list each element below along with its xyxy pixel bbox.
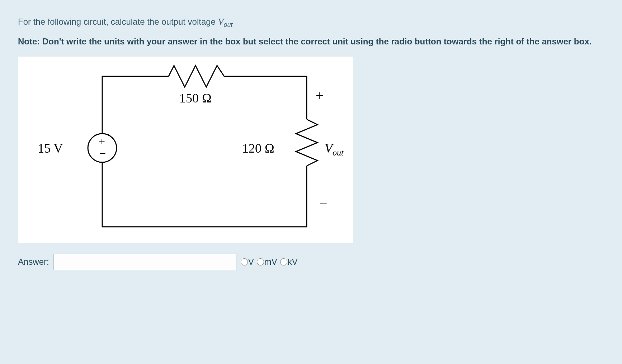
question-var: V: [218, 16, 224, 27]
source-voltage-label: 15 V: [38, 141, 63, 156]
unit-radio-v[interactable]: [241, 258, 248, 265]
unit-label-kv: kV: [288, 257, 298, 267]
circuit-diagram: 15 V + − 150 Ω 120 Ω + Vout −: [18, 57, 353, 243]
source-minus-icon: −: [99, 147, 106, 160]
r1-label: 150 Ω: [179, 91, 212, 106]
unit-radio-mv[interactable]: [257, 258, 264, 265]
r2-label: 120 Ω: [242, 141, 274, 156]
unit-radio-kv[interactable]: [280, 258, 287, 265]
unit-radio-group: V mV kV: [241, 257, 300, 267]
question-text: For the following circuit, calculate the…: [18, 14, 604, 30]
source-plus-icon: +: [99, 135, 105, 148]
vout-plus-icon: +: [316, 87, 324, 104]
vout-sub: out: [333, 148, 344, 157]
vout-minus-icon: −: [319, 195, 328, 211]
unit-label-v: V: [248, 257, 254, 267]
answer-input[interactable]: [53, 254, 236, 270]
unit-label-mv: mV: [264, 257, 277, 267]
question-subscript: out: [224, 21, 233, 28]
vout-label: Vout: [325, 141, 344, 158]
note-text: Note: Don't write the units with your an…: [18, 35, 604, 48]
answer-label: Answer:: [18, 257, 49, 267]
answer-row: Answer: V mV kV: [18, 254, 604, 270]
circuit-svg: [18, 57, 353, 243]
question-prefix: For the following circuit, calculate the…: [18, 17, 218, 27]
vout-var: V: [325, 141, 333, 155]
